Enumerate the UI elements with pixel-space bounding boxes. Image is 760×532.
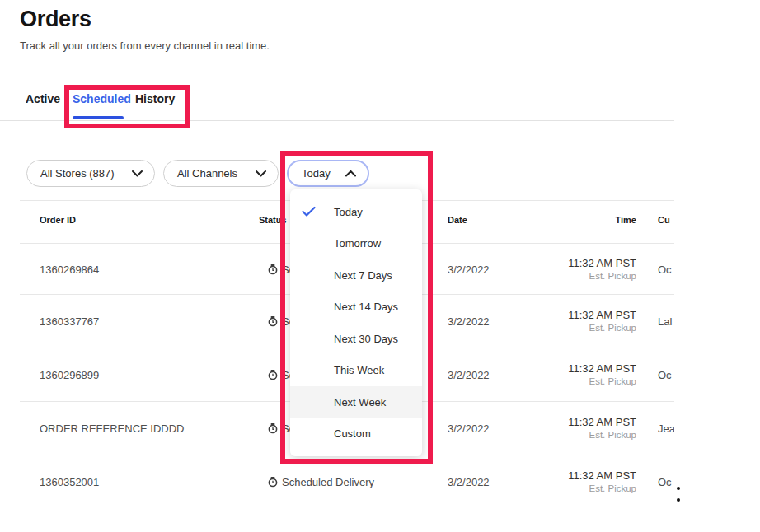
order-time: 11:32 AM PST Est. Pickup [568,416,636,441]
order-time-value: 11:32 AM PST [568,309,636,322]
order-date: 3/2/2022 [448,476,490,488]
order-time-note: Est. Pickup [568,322,636,334]
date-range-dropdown-button[interactable]: Today [287,160,369,187]
dropdown-option-label: This Week [334,364,384,376]
order-time-note: Est. Pickup [568,483,636,495]
order-customer: Lal [658,315,674,328]
column-header-order-id: Order ID [40,215,76,225]
order-id: 1360352001 [40,476,99,488]
table-row[interactable]: 1360352001 Scheduled Delivery 3/2/2022 1… [0,455,674,508]
page-subtitle: Track all your orders from every channel… [20,40,270,52]
order-time: 11:32 AM PST Est. Pickup [568,362,636,388]
order-time-note: Est. Pickup [568,269,636,282]
order-time: 11:32 AM PST Est. Pickup [568,469,636,495]
dropdown-option-next-week[interactable]: Next Week [290,386,422,418]
artifact-dot [677,487,680,490]
dropdown-option-next-30-days[interactable]: Next 30 Days [290,323,422,355]
chevron-up-icon [345,170,356,177]
dropdown-option-label: Next Week [334,396,386,408]
tab-active[interactable]: Active [26,92,60,105]
order-time: 11:32 AM PST Est. Pickup [568,309,636,334]
all-stores-dropdown-button[interactable]: All Stores (887) [26,160,155,187]
clock-icon [268,264,278,274]
order-customer: Jea [658,422,674,435]
order-date: 3/2/2022 [448,263,490,275]
order-id: 1360337767 [40,315,99,328]
dropdown-option-this-week[interactable]: This Week [290,355,422,387]
dropdown-option-next-7-days[interactable]: Next 7 Days [290,259,422,292]
chevron-down-icon [256,170,266,177]
order-id: ORDER REFERENCE IDDDD [40,422,185,435]
page-title: Orders [20,7,91,32]
date-range-dropdown-menu: Today Tomorrow Next 7 Days Next 14 Days … [290,189,422,456]
annotation-rectangle-tabs [64,85,190,128]
order-id: 1360296899 [40,369,99,381]
all-stores-label: All Stores (887) [40,167,115,180]
clock-icon [268,316,278,327]
order-status: Scheduled Delivery [268,476,374,488]
dropdown-option-label: Next 30 Days [334,333,398,345]
dropdown-option-today[interactable]: Today [290,196,422,228]
column-header-date: Date [448,215,467,225]
clock-icon [268,423,278,434]
dropdown-option-tomorrow[interactable]: Tomorrow [290,228,422,260]
order-time-value: 11:32 AM PST [568,469,636,483]
dropdown-option-label: Today [334,206,363,218]
selected-tab-underline [73,116,124,119]
orders-page: Orders Track all your orders from every … [0,0,760,532]
order-status-label: Scheduled Delivery [282,476,374,488]
order-time-note: Est. Pickup [568,376,636,388]
dropdown-option-label: Next 14 Days [334,301,398,313]
dropdown-option-custom[interactable]: Custom [290,418,422,450]
order-time-note: Est. Pickup [568,429,636,441]
order-date: 3/2/2022 [448,422,490,435]
tab-scheduled[interactable]: Scheduled [73,92,131,105]
all-channels-label: All Channels [177,167,237,180]
dropdown-option-label: Tomorrow [334,237,381,250]
dropdown-option-label: Next 7 Days [334,269,392,282]
order-date: 3/2/2022 [448,369,490,381]
tab-history[interactable]: History [135,92,175,105]
dropdown-option-label: Custom [334,427,371,440]
order-date: 3/2/2022 [448,315,490,328]
chevron-down-icon [132,170,143,177]
order-customer: Oc [658,369,674,381]
order-customer: Oc [658,476,674,488]
column-header-customer: Cu [658,215,670,225]
order-time-value: 11:32 AM PST [568,362,636,376]
date-range-label: Today [302,167,331,180]
all-channels-dropdown-button[interactable]: All Channels [163,160,279,187]
dropdown-option-next-14-days[interactable]: Next 14 Days [290,292,422,324]
order-id: 1360269864 [40,263,99,275]
column-header-status: Status [259,215,287,225]
clock-icon [268,477,278,488]
order-time-value: 11:32 AM PST [568,416,636,429]
check-icon [302,207,316,217]
order-time: 11:32 AM PST Est. Pickup [568,256,636,282]
column-header-time: Time [616,215,636,225]
order-customer: Oc [658,263,674,275]
clock-icon [268,370,278,380]
order-time-value: 11:32 AM PST [568,256,636,269]
artifact-dot [677,498,680,502]
tabs-divider [0,120,674,121]
